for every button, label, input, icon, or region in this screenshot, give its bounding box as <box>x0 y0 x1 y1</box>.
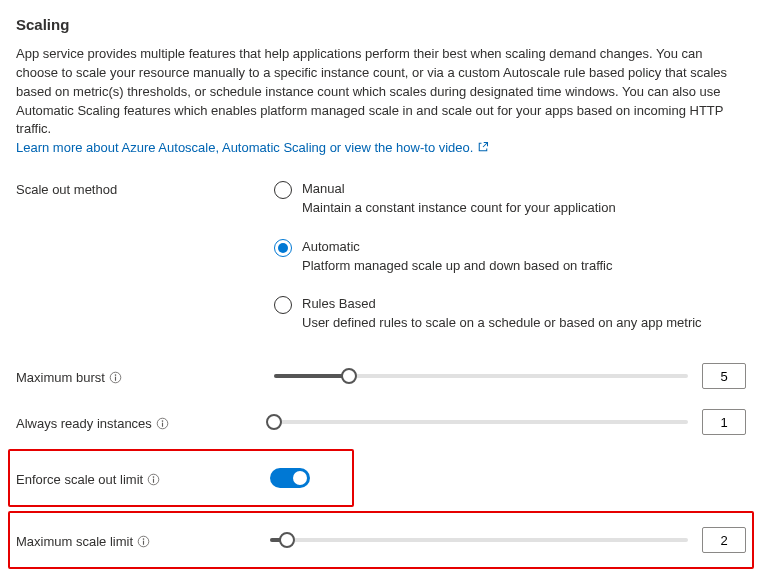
svg-rect-8 <box>153 478 154 482</box>
always-ready-slider[interactable] <box>274 412 688 432</box>
slider-thumb[interactable] <box>279 532 295 548</box>
scale-method-row: Scale out method Manual Maintain a const… <box>16 174 746 339</box>
radio-rules-title: Rules Based <box>302 295 702 314</box>
max-burst-input[interactable] <box>702 363 746 389</box>
enforce-limit-label: Enforce scale out limit <box>16 472 143 487</box>
external-link-icon <box>477 141 489 153</box>
max-scale-input[interactable] <box>702 527 746 553</box>
svg-point-7 <box>153 476 155 478</box>
info-icon[interactable] <box>156 417 169 430</box>
radio-manual[interactable] <box>274 181 292 199</box>
svg-point-10 <box>143 538 145 540</box>
max-scale-slider[interactable] <box>270 530 688 550</box>
info-icon[interactable] <box>109 371 122 384</box>
svg-point-4 <box>162 420 164 422</box>
enforce-limit-highlight: Enforce scale out limit <box>8 449 354 507</box>
max-burst-label: Maximum burst <box>16 370 105 385</box>
intro-paragraph: App service provides multiple features t… <box>16 45 746 158</box>
always-ready-input[interactable] <box>702 409 746 435</box>
info-icon[interactable] <box>137 535 150 548</box>
radio-rules-desc: User defined rules to scale on a schedul… <box>302 314 702 333</box>
svg-rect-11 <box>143 540 144 544</box>
radio-option-manual[interactable]: Manual Maintain a constant instance coun… <box>274 180 746 218</box>
max-scale-label: Maximum scale limit <box>16 534 133 549</box>
scale-method-label: Scale out method <box>16 182 117 197</box>
svg-rect-2 <box>115 376 116 380</box>
max-scale-highlight: Maximum scale limit <box>8 511 754 569</box>
radio-rules[interactable] <box>274 296 292 314</box>
radio-manual-title: Manual <box>302 180 616 199</box>
radio-manual-desc: Maintain a constant instance count for y… <box>302 199 616 218</box>
intro-text: App service provides multiple features t… <box>16 46 727 136</box>
svg-rect-5 <box>162 422 163 426</box>
slider-thumb[interactable] <box>266 414 282 430</box>
page-title: Scaling <box>16 16 746 33</box>
max-burst-slider[interactable] <box>274 366 688 386</box>
learn-more-text: Learn more about Azure Autoscale, Automa… <box>16 140 473 155</box>
radio-option-automatic[interactable]: Automatic Platform managed scale up and … <box>274 238 746 276</box>
max-burst-row: Maximum burst <box>16 353 746 399</box>
radio-automatic-title: Automatic <box>302 238 613 257</box>
always-ready-row: Always ready instances <box>16 399 746 445</box>
enforce-limit-toggle[interactable] <box>270 468 310 488</box>
svg-point-1 <box>115 374 117 376</box>
always-ready-label: Always ready instances <box>16 416 152 431</box>
radio-automatic[interactable] <box>274 239 292 257</box>
radio-option-rules[interactable]: Rules Based User defined rules to scale … <box>274 295 746 333</box>
info-icon[interactable] <box>147 473 160 486</box>
radio-automatic-desc: Platform managed scale up and down based… <box>302 257 613 276</box>
learn-more-link[interactable]: Learn more about Azure Autoscale, Automa… <box>16 140 489 155</box>
slider-thumb[interactable] <box>341 368 357 384</box>
